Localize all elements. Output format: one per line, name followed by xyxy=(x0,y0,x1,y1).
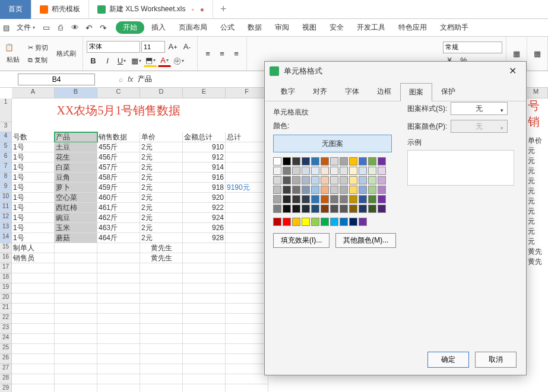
cell[interactable] xyxy=(97,253,140,263)
menu-dev[interactable]: 开发工具 xyxy=(351,20,391,35)
cell-a[interactable]: 1号 xyxy=(12,183,55,193)
color-swatch[interactable] xyxy=(330,195,338,203)
color-swatch[interactable] xyxy=(349,176,357,184)
cell-e[interactable]: 926 xyxy=(183,223,226,233)
cell[interactable] xyxy=(12,273,55,283)
cell[interactable] xyxy=(183,374,226,384)
cell-e[interactable]: 912 xyxy=(183,152,226,162)
cell-a[interactable]: 1号 xyxy=(12,142,55,152)
cell-a[interactable]: 1号 xyxy=(12,203,55,213)
row-header[interactable]: 9 xyxy=(0,183,12,193)
color-swatch[interactable] xyxy=(283,205,291,213)
color-swatch[interactable] xyxy=(273,186,281,194)
cell[interactable] xyxy=(97,314,140,324)
cell[interactable] xyxy=(140,364,183,374)
cell-b[interactable]: 蘑菇 xyxy=(55,233,97,243)
color-swatch[interactable] xyxy=(311,218,319,226)
cell-e[interactable]: 920 xyxy=(183,193,226,203)
align-bot-icon[interactable]: ≡ xyxy=(230,48,243,60)
color-swatch[interactable] xyxy=(321,205,329,213)
color-swatch[interactable] xyxy=(368,157,376,165)
cell-d[interactable]: 2元 xyxy=(140,173,183,183)
menu-data[interactable]: 数据 xyxy=(242,20,268,35)
title-cell[interactable]: XX农场5月1号销售数据 xyxy=(12,98,226,122)
cell-c[interactable]: 459斤 xyxy=(97,183,140,193)
cell[interactable] xyxy=(97,243,140,253)
color-swatch[interactable] xyxy=(340,167,348,175)
bold-icon[interactable]: B xyxy=(87,55,100,67)
dialog-close-button[interactable]: ✕ xyxy=(503,65,521,77)
no-pattern-button[interactable]: 无图案 xyxy=(273,135,392,152)
hdr-b[interactable]: 产品 xyxy=(55,132,97,142)
cell[interactable] xyxy=(183,314,226,324)
cell[interactable] xyxy=(97,364,140,374)
menu-start[interactable]: 开始 xyxy=(116,21,144,34)
cell-e[interactable]: 916 xyxy=(183,173,226,183)
cell[interactable] xyxy=(12,364,55,374)
color-swatch[interactable] xyxy=(330,176,338,184)
cell[interactable] xyxy=(55,273,97,283)
cell[interactable] xyxy=(55,283,97,294)
menu-view[interactable]: 视图 xyxy=(296,20,322,35)
cell[interactable] xyxy=(226,354,268,364)
color-swatch[interactable] xyxy=(302,176,310,184)
paste-button[interactable]: 粘贴 xyxy=(4,54,23,65)
cell-a[interactable]: 1号 xyxy=(12,213,55,223)
sales-label[interactable]: 销售员 xyxy=(12,253,55,263)
cell-e[interactable]: 910 xyxy=(183,142,226,152)
cell[interactable] xyxy=(226,283,268,294)
color-swatch[interactable] xyxy=(340,176,348,184)
color-swatch[interactable] xyxy=(330,157,338,165)
row-header[interactable]: 24 xyxy=(0,334,12,344)
color-swatch[interactable] xyxy=(283,218,291,226)
cell[interactable] xyxy=(183,324,226,334)
color-swatch[interactable] xyxy=(311,167,319,175)
cell-f[interactable] xyxy=(226,213,268,223)
cell-d[interactable]: 2元 xyxy=(140,233,183,243)
cell[interactable] xyxy=(55,324,97,334)
row-header[interactable]: 25 xyxy=(0,344,12,354)
cell-d[interactable]: 2元 xyxy=(140,203,183,213)
color-swatch[interactable] xyxy=(321,157,329,165)
color-swatch[interactable] xyxy=(378,195,386,203)
cell-d[interactable]: 2元 xyxy=(140,142,183,152)
tab-file[interactable]: 新建 XLS Worksheet.xls▫● xyxy=(89,0,213,19)
cell-a[interactable]: 1号 xyxy=(12,193,55,203)
align-mid-icon[interactable]: ≡ xyxy=(216,48,229,60)
cell-b[interactable]: 西红柿 xyxy=(55,203,97,213)
cell-total[interactable]: 9190元 xyxy=(226,183,268,193)
cell[interactable] xyxy=(97,344,140,354)
name-box[interactable] xyxy=(18,74,95,85)
row-header[interactable]: 29 xyxy=(0,384,12,392)
cell-c[interactable]: 455斤 xyxy=(97,142,140,152)
color-swatch[interactable] xyxy=(359,205,367,213)
color-swatch[interactable] xyxy=(340,195,348,203)
cell-b[interactable]: 白菜 xyxy=(55,162,97,173)
cell[interactable] xyxy=(97,304,140,314)
menu-review[interactable]: 审阅 xyxy=(269,20,295,35)
row-header[interactable]: 7 xyxy=(0,162,12,173)
color-swatch[interactable] xyxy=(273,195,281,203)
color-swatch[interactable] xyxy=(273,157,281,165)
menu-insert[interactable]: 插入 xyxy=(145,20,172,35)
cell[interactable] xyxy=(140,304,183,314)
paste-icon[interactable]: 📋 xyxy=(4,42,14,53)
fill-color-icon[interactable]: ⬒▾ xyxy=(144,55,157,67)
color-swatch[interactable] xyxy=(359,176,367,184)
cell[interactable] xyxy=(55,243,97,253)
hdr-a[interactable]: 号数 xyxy=(12,132,55,142)
cell[interactable] xyxy=(55,314,97,324)
color-swatch[interactable] xyxy=(292,176,300,184)
cell-f[interactable] xyxy=(226,203,268,213)
cell[interactable] xyxy=(140,354,183,364)
cell[interactable] xyxy=(183,294,226,304)
cell[interactable] xyxy=(140,263,183,273)
cell[interactable] xyxy=(226,364,268,374)
cell[interactable] xyxy=(183,253,226,263)
font-size-select[interactable] xyxy=(141,41,165,53)
color-swatch[interactable] xyxy=(321,167,329,175)
cell[interactable] xyxy=(55,344,97,354)
color-swatch[interactable] xyxy=(292,205,300,213)
cell[interactable] xyxy=(226,294,268,304)
color-swatch[interactable] xyxy=(368,205,376,213)
